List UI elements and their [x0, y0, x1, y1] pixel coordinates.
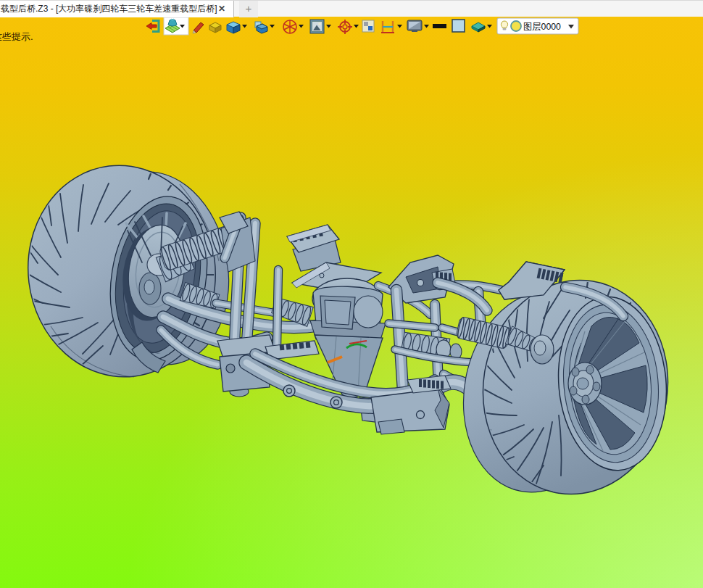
svg-text:图层0000: 图层0000: [523, 22, 561, 32]
